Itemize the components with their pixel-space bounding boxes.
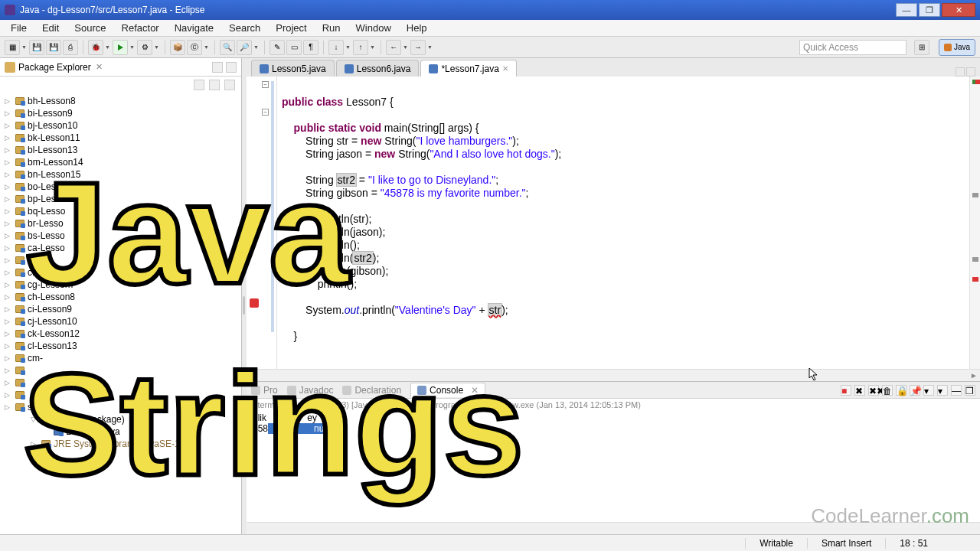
- display-console-button[interactable]: ▾: [923, 385, 934, 396]
- java-file-icon: [429, 64, 438, 73]
- tab-lesson7[interactable]: *Lesson7.java✕: [420, 60, 516, 77]
- quick-access-input[interactable]: Quick Access: [799, 40, 906, 55]
- console-max-button[interactable]: ❐: [965, 385, 975, 396]
- menu-navigate[interactable]: Navigate: [167, 21, 221, 35]
- editor-minimize-button[interactable]: [956, 67, 965, 77]
- project-node[interactable]: ▷ck-Lesson12: [0, 328, 241, 340]
- open-type-button[interactable]: 🔍: [220, 40, 235, 55]
- close-tab-icon[interactable]: ✕: [502, 64, 508, 73]
- project-node[interactable]: ▷ca-Lesso: [0, 242, 241, 254]
- new-package-button[interactable]: 📦: [170, 40, 185, 55]
- menu-search[interactable]: Search: [221, 21, 268, 35]
- prev-annotation-button[interactable]: ↑: [353, 40, 368, 55]
- project-node[interactable]: ▷cf-Lesson6: [0, 266, 241, 279]
- editor-maximize-button[interactable]: [966, 67, 975, 77]
- project-node[interactable]: ▷bo-Lesso: [0, 181, 241, 193]
- editor-hscrollbar[interactable]: ◄►: [247, 369, 980, 381]
- jre-library-node[interactable]: ▷JRE System Library [JavaSE-1.7]: [0, 438, 241, 450]
- project-node[interactable]: ▷br-Lesso: [0, 217, 241, 230]
- project-tree[interactable]: ▷bh-Lesson8▷bi-Lesson9▷bj-Lesson10▷bk-Le…: [0, 93, 241, 534]
- show-whitespace-button[interactable]: ¶: [303, 40, 318, 55]
- package-node[interactable]: ▽(default package): [0, 413, 241, 425]
- project-node[interactable]: ▷bk-Lesson11: [0, 132, 241, 144]
- java-file-node[interactable]: Lesson7.java: [0, 425, 241, 438]
- console-hscrollbar[interactable]: [247, 522, 980, 534]
- save-button[interactable]: 💾: [29, 40, 44, 55]
- tab-problems[interactable]: Pro: [251, 385, 278, 396]
- fold-toggle-icon[interactable]: −: [262, 81, 269, 88]
- tab-declaration[interactable]: Declaration: [342, 385, 401, 396]
- error-marker-icon[interactable]: [250, 298, 259, 308]
- next-annotation-button[interactable]: ↓: [328, 40, 344, 55]
- menu-help[interactable]: Help: [399, 21, 435, 35]
- print-button[interactable]: ⎙: [63, 40, 78, 55]
- view-maximize-button[interactable]: [226, 62, 237, 73]
- project-node[interactable]: ▷ch-Lesson8: [0, 291, 241, 303]
- project-node[interactable]: ▷bm-Lesson14: [0, 156, 241, 168]
- view-menu-button[interactable]: [224, 80, 235, 90]
- link-editor-button[interactable]: [209, 80, 220, 90]
- terminate-button[interactable]: ■: [841, 385, 851, 396]
- clear-console-button[interactable]: 🗑: [882, 385, 893, 396]
- tab-javadoc[interactable]: Javadoc: [287, 385, 334, 396]
- project-node[interactable]: ▷bj-Lesson10: [0, 119, 241, 132]
- save-all-button[interactable]: 💾: [46, 40, 61, 55]
- project-node[interactable]: ▷: [0, 377, 241, 389]
- project-node[interactable]: ▷cl-Lesson13: [0, 340, 241, 352]
- eclipse-icon: [5, 5, 15, 15]
- open-perspective-button[interactable]: ⊞: [914, 40, 929, 55]
- project-node[interactable]: ▷: [0, 364, 241, 377]
- project-node[interactable]: ▷bp-Lesso: [0, 193, 241, 205]
- project-node[interactable]: ▷esso: [0, 254, 241, 266]
- pin-console-button[interactable]: 📌: [910, 385, 920, 396]
- project-node[interactable]: ▷: [0, 389, 241, 401]
- project-node[interactable]: ▷bq-Lesso: [0, 205, 241, 217]
- console-output[interactable]: I lik t ey 458 fa nu: [247, 411, 980, 522]
- scroll-lock-button[interactable]: 🔒: [896, 385, 906, 396]
- project-node[interactable]: ▷bi-Lesson9: [0, 107, 241, 119]
- fold-toggle-icon[interactable]: −: [262, 109, 269, 116]
- project-node[interactable]: ▷bs-Lesso: [0, 230, 241, 242]
- project-node[interactable]: ▷bh-Lesson8: [0, 95, 241, 107]
- close-button[interactable]: ✕: [942, 3, 975, 17]
- maximize-button[interactable]: ❐: [919, 3, 940, 17]
- code-editor[interactable]: − − public class Lesson7 { public static…: [247, 77, 980, 369]
- view-minimize-button[interactable]: [212, 62, 223, 73]
- menu-refactor[interactable]: Refactor: [114, 21, 167, 35]
- back-button[interactable]: ←: [386, 40, 401, 55]
- close-view-icon[interactable]: ✕: [96, 62, 103, 72]
- project-node[interactable]: ▷bl-Lesson13: [0, 144, 241, 156]
- project-node[interactable]: ▷bn-Lesson15: [0, 168, 241, 181]
- forward-button[interactable]: →: [410, 40, 426, 55]
- remove-launch-button[interactable]: ✖: [854, 385, 865, 396]
- collapse-all-button[interactable]: [194, 80, 204, 90]
- project-node[interactable]: ▷cm-: [0, 352, 241, 364]
- minimize-button[interactable]: —: [896, 3, 917, 17]
- tab-console[interactable]: Console✕: [410, 383, 485, 397]
- toggle-mark-button[interactable]: ✎: [270, 40, 285, 55]
- project-node[interactable]: ▷cg-Lesson7: [0, 279, 241, 291]
- overview-ruler[interactable]: [969, 77, 980, 369]
- ext-tools-button[interactable]: ⚙: [137, 40, 152, 55]
- new-console-button[interactable]: ▾: [937, 385, 948, 396]
- remove-all-button[interactable]: ✖✖: [868, 385, 879, 396]
- run-button[interactable]: [113, 40, 128, 55]
- project-node[interactable]: ▷cj-Lesson10: [0, 315, 241, 328]
- project-node[interactable]: ▷ci-Lesson9: [0, 303, 241, 315]
- menu-run[interactable]: Run: [315, 21, 348, 35]
- java-perspective-button[interactable]: Java: [939, 39, 975, 56]
- tab-lesson5[interactable]: Lesson5.java: [251, 60, 335, 77]
- menu-file[interactable]: File: [3, 21, 34, 35]
- debug-button[interactable]: 🐞: [88, 40, 103, 55]
- menu-source[interactable]: Source: [67, 21, 113, 35]
- new-button[interactable]: ▦: [5, 40, 20, 55]
- menu-project[interactable]: Project: [268, 21, 314, 35]
- toggle-block-button[interactable]: ▭: [286, 40, 302, 55]
- search-button[interactable]: 🔎: [237, 40, 252, 55]
- console-min-button[interactable]: —: [951, 385, 962, 396]
- menu-edit[interactable]: Edit: [34, 21, 67, 35]
- tab-lesson6[interactable]: Lesson6.java: [336, 60, 420, 77]
- project-node[interactable]: ▷sson6: [0, 401, 241, 413]
- new-class-button[interactable]: Ⓒ: [187, 40, 202, 55]
- menu-window[interactable]: Window: [348, 21, 399, 35]
